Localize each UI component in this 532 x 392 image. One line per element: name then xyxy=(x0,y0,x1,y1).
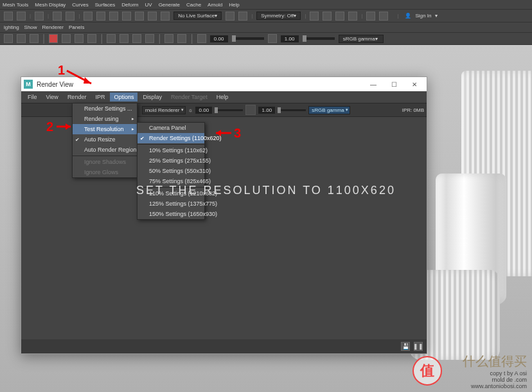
tool-icon[interactable] xyxy=(107,34,116,43)
rv-menu-display[interactable]: Display xyxy=(139,93,166,102)
menu-uv[interactable]: UV xyxy=(145,2,152,8)
test-resolution-submenu: Camera Panel ✔Render Settings (1100x620)… xyxy=(137,122,205,220)
select-icon[interactable] xyxy=(109,12,118,21)
snap-icon[interactable] xyxy=(122,12,131,21)
exposure-slider[interactable] xyxy=(232,37,264,40)
panel-toolbar: | | | | 0.00 1.00 sRGB gamma ▾ xyxy=(0,32,532,45)
tool-icon[interactable] xyxy=(145,34,154,43)
tool-icon[interactable] xyxy=(164,34,173,43)
rv-menu-file[interactable]: File xyxy=(24,93,41,102)
snap-icon[interactable] xyxy=(135,12,144,21)
display-icon[interactable] xyxy=(30,34,39,43)
save-icon[interactable] xyxy=(35,12,44,21)
rv-menu-view[interactable]: View xyxy=(42,93,62,102)
record-icon[interactable] xyxy=(49,34,58,43)
ipr-icon[interactable] xyxy=(62,34,71,43)
rv-menu-options[interactable]: Options xyxy=(110,93,137,102)
snap-icon[interactable] xyxy=(148,12,157,21)
menu-item-auto-resize[interactable]: ✔Auto Resize xyxy=(73,134,137,145)
camera-icon[interactable] xyxy=(4,34,13,43)
panel-menu-show[interactable]: Show xyxy=(24,24,37,30)
rv-colorspace-dropdown[interactable]: sRGB gamma xyxy=(308,106,350,114)
render-icon[interactable] xyxy=(348,12,357,21)
tool-icon[interactable] xyxy=(132,34,141,43)
annotation-arrow-2 xyxy=(55,122,77,131)
minimize-button[interactable]: — xyxy=(364,78,383,90)
tool-icon[interactable] xyxy=(120,34,129,43)
options-dropdown-menu: Render Settings ... Render using▸ Test R… xyxy=(72,103,137,178)
rv-menu-ipr[interactable]: IPR xyxy=(91,93,109,102)
symmetry-dropdown[interactable]: Symmetry: Off ▾ xyxy=(256,12,301,20)
select-icon[interactable] xyxy=(96,12,105,21)
rv-exposure-slider[interactable] xyxy=(215,109,243,111)
play-icon[interactable] xyxy=(379,12,388,21)
undo-icon[interactable] xyxy=(53,12,62,21)
stop-icon[interactable] xyxy=(75,34,84,43)
menu-surfaces[interactable]: Surfaces xyxy=(95,2,116,8)
renderer-dropdown[interactable]: rnold Renderer xyxy=(142,106,186,114)
render-icon[interactable] xyxy=(323,12,332,21)
menu-item-50pct[interactable]: 50% Settings (550x310) xyxy=(137,166,204,176)
menu-cache[interactable]: Cache xyxy=(186,2,201,8)
menu-curves[interactable]: Curves xyxy=(72,2,88,8)
menu-mesh-display[interactable]: Mesh Display xyxy=(35,2,66,8)
menu-item-150pct[interactable]: 150% Settings (1650x930) xyxy=(137,209,204,219)
menu-mesh-tools[interactable]: Mesh Tools xyxy=(3,2,28,8)
live-surface-dropdown[interactable]: No Live Surface ▾ xyxy=(173,12,222,20)
colorspace-dropdown[interactable]: sRGB gamma ▾ xyxy=(339,35,384,43)
close-button[interactable]: ✕ xyxy=(405,78,424,90)
tool-icon[interactable] xyxy=(226,12,235,21)
menu-item-render-using[interactable]: Render using▸ xyxy=(73,114,137,124)
save-image-icon[interactable]: 💾 xyxy=(401,342,410,351)
rv-gamma-value[interactable]: 1.00 xyxy=(258,107,275,114)
maximize-button[interactable]: ☐ xyxy=(384,78,403,90)
rv-exposure-value[interactable]: 0.00 xyxy=(195,107,212,114)
display-icon[interactable] xyxy=(17,34,26,43)
menu-item-25pct[interactable]: 25% Settings (275x155) xyxy=(137,156,204,166)
menu-item-camera-panel[interactable]: Camera Panel xyxy=(137,123,204,133)
main-menubar[interactable]: Mesh Tools Mesh Display Curves Surfaces … xyxy=(0,0,532,9)
rv-menu-help[interactable]: Help xyxy=(213,93,233,102)
rv-menu-render-target[interactable]: Render Target xyxy=(167,93,211,102)
menu-deform[interactable]: Deform xyxy=(121,2,138,8)
gamma-value[interactable]: 1.00 xyxy=(281,35,299,42)
exposure-icon[interactable] xyxy=(197,34,206,43)
tool-icon[interactable] xyxy=(238,12,247,21)
gamma-icon[interactable] xyxy=(268,34,277,43)
menu-item-render-settings-res[interactable]: ✔Render Settings (1100x620) xyxy=(137,133,204,143)
redo-icon[interactable] xyxy=(66,12,75,21)
instruction-text: set the resolution to 1100x620 xyxy=(0,184,532,197)
render-view-menubar: File View Render IPR Options Display Ren… xyxy=(21,91,427,103)
render-icon[interactable] xyxy=(310,12,319,21)
panel-menu-panels[interactable]: Panels xyxy=(69,24,84,30)
menu-help[interactable]: Help xyxy=(229,2,239,8)
pause-icon[interactable] xyxy=(87,34,96,43)
panel-menu-renderer[interactable]: Renderer xyxy=(42,24,64,30)
contrast-icon[interactable] xyxy=(245,105,256,115)
menu-item-10pct[interactable]: 10% Settings (110x62) xyxy=(137,145,204,156)
tool-icon[interactable] xyxy=(177,34,186,43)
main-toolbar-shelf: | | | No Live Surface ▾ | Symmetry: Off … xyxy=(0,9,532,22)
menu-item-auto-render-region[interactable]: Auto Render Region xyxy=(73,145,137,155)
menu-item-test-resolution[interactable]: Test Resolution▸ xyxy=(73,124,137,134)
exposure-icon: ☼ xyxy=(188,107,193,113)
tool-icon[interactable] xyxy=(17,12,26,21)
ipr-status: IPR: 0MB xyxy=(402,107,424,113)
select-icon[interactable] xyxy=(84,12,93,21)
menu-item-render-settings[interactable]: Render Settings ... xyxy=(73,103,137,114)
menu-item-125pct[interactable]: 125% Settings (1375x775) xyxy=(137,199,204,209)
play-icon[interactable] xyxy=(366,12,375,21)
rv-menu-render[interactable]: Render xyxy=(64,93,91,102)
tool-icon[interactable] xyxy=(4,12,13,21)
render-icon[interactable] xyxy=(335,12,344,21)
signin-button[interactable]: Sign In xyxy=(415,13,431,19)
gamma-slider[interactable] xyxy=(303,37,335,40)
pause-icon[interactable]: ❚❚ xyxy=(414,342,423,351)
menu-item-ignore-shadows: Ignore Shadows xyxy=(73,157,137,167)
snap-icon[interactable] xyxy=(161,12,170,21)
exposure-value[interactable]: 0.00 xyxy=(210,35,228,42)
menu-arnold[interactable]: Arnold xyxy=(208,2,222,8)
menu-generate[interactable]: Generate xyxy=(159,2,180,8)
rv-gamma-slider[interactable] xyxy=(278,109,306,111)
panel-menu-lighting[interactable]: ighting xyxy=(4,24,19,30)
